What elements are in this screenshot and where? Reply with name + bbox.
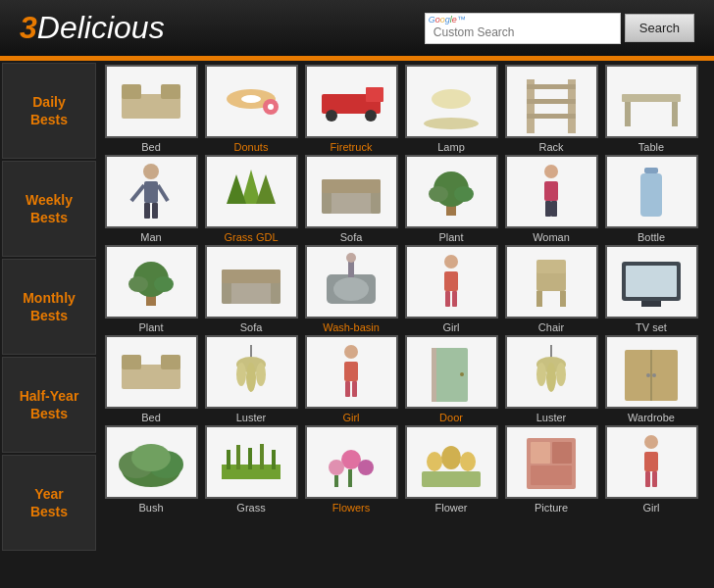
grid-row-2: PlantSofaWash-basinGirlChairTV set — [102, 245, 710, 333]
list-item[interactable]: Rack — [502, 65, 600, 153]
svg-rect-22 — [144, 181, 158, 203]
item-thumbnail — [105, 65, 198, 138]
list-item[interactable]: Bed — [102, 335, 200, 423]
list-item[interactable]: Donuts — [202, 65, 300, 153]
list-item[interactable]: Girl — [402, 245, 500, 333]
item-label: Girl — [642, 502, 659, 514]
item-thumbnail — [105, 335, 198, 409]
list-item[interactable]: Chair — [502, 245, 600, 333]
svg-point-101 — [341, 450, 361, 469]
item-thumbnail — [305, 65, 398, 138]
item-label: Bed — [141, 412, 161, 423]
item-label: Rack — [538, 141, 563, 153]
item-thumbnail — [405, 65, 498, 138]
svg-rect-113 — [531, 466, 572, 485]
svg-rect-43 — [640, 173, 662, 217]
list-item[interactable]: Sofa — [302, 155, 400, 243]
svg-point-21 — [143, 164, 159, 179]
list-item[interactable]: Door — [402, 335, 500, 423]
list-item[interactable]: Man — [102, 155, 200, 243]
svg-rect-63 — [536, 260, 566, 273]
sidebar-item-daily[interactable]: Daily Bests — [2, 63, 96, 159]
sidebar-item-year[interactable]: Year Bests — [2, 455, 96, 551]
svg-point-36 — [429, 186, 448, 202]
svg-rect-62 — [560, 291, 566, 307]
list-item[interactable]: Grass — [202, 425, 300, 514]
svg-rect-65 — [626, 266, 677, 297]
list-item[interactable]: Girl — [602, 425, 700, 514]
list-item[interactable]: Luster — [502, 335, 600, 423]
svg-rect-39 — [544, 181, 558, 201]
item-label: Luster — [536, 412, 567, 423]
list-item[interactable]: Bottle — [602, 155, 700, 243]
item-label: Grass GDL — [224, 231, 278, 243]
list-item[interactable]: Bed — [102, 65, 200, 153]
grid-row-3: BedLusterGirlDoorLusterWardrobe — [102, 335, 710, 423]
search-button[interactable]: Search — [625, 14, 694, 42]
item-label: Lamp — [437, 141, 465, 153]
list-item[interactable]: Table — [602, 65, 700, 153]
svg-rect-15 — [527, 84, 576, 89]
svg-rect-17 — [527, 114, 576, 119]
list-item[interactable]: Flowers — [302, 425, 400, 514]
item-label: Plant — [438, 231, 463, 243]
item-thumbnail — [505, 155, 598, 228]
svg-point-37 — [454, 186, 474, 202]
svg-rect-81 — [432, 348, 436, 402]
item-label: Donuts — [234, 141, 269, 153]
svg-rect-1 — [122, 84, 141, 99]
list-item[interactable]: Flower — [402, 425, 500, 514]
sidebar-item-weekly[interactable]: Weekly Bests — [2, 161, 96, 257]
list-item[interactable]: Picture — [502, 425, 600, 514]
sidebar-item-monthly[interactable]: Monthly Bests — [2, 259, 96, 355]
item-thumbnail — [305, 155, 398, 228]
item-thumbnail — [605, 425, 698, 499]
grid-row-0: BedDonutsFiretruckLampRackTable — [102, 65, 710, 153]
svg-point-10 — [365, 110, 377, 122]
item-thumbnail — [205, 425, 298, 499]
svg-point-103 — [358, 460, 374, 475]
svg-point-55 — [346, 253, 356, 263]
list-item[interactable]: Wash-basin — [302, 245, 400, 333]
item-label: Sofa — [340, 231, 363, 243]
sidebar-item-halfyear[interactable]: Half-Year Bests — [2, 357, 96, 453]
svg-point-72 — [236, 363, 246, 386]
list-item[interactable]: Sofa — [202, 245, 300, 333]
svg-rect-68 — [122, 355, 141, 369]
svg-rect-61 — [536, 291, 542, 307]
item-label: Bush — [138, 502, 163, 514]
list-item[interactable]: Plant — [402, 155, 500, 243]
svg-rect-100 — [272, 450, 276, 469]
list-item[interactable]: Lamp — [402, 65, 500, 153]
svg-rect-57 — [444, 271, 458, 291]
grid-row-4: BushGrassFlowersFlowerPictureGirl — [102, 425, 710, 514]
list-item[interactable]: Plant — [102, 245, 200, 333]
logo-3: 3 — [20, 10, 37, 45]
list-item[interactable]: TV set — [602, 245, 700, 333]
svg-rect-106 — [422, 471, 481, 487]
svg-point-94 — [131, 444, 171, 471]
list-item[interactable]: Girl — [302, 335, 400, 423]
svg-rect-58 — [445, 291, 450, 307]
svg-point-114 — [644, 435, 658, 449]
svg-rect-111 — [531, 442, 550, 464]
item-label: Bed — [141, 141, 161, 153]
list-item[interactable]: Grass GDL — [202, 155, 300, 243]
list-item[interactable]: Wardrobe — [602, 335, 700, 423]
list-item[interactable]: Luster — [202, 335, 300, 423]
sidebar: Daily Bests Weekly Bests Monthly Bests H… — [0, 61, 98, 553]
item-label: Chair — [538, 321, 564, 333]
logo-text: Delicious — [37, 10, 165, 45]
list-item[interactable]: Firetruck — [302, 65, 400, 153]
google-label: Google™ — [429, 15, 466, 24]
svg-point-56 — [444, 255, 458, 269]
list-item[interactable]: Woman — [502, 155, 600, 243]
item-thumbnail — [205, 245, 298, 318]
svg-point-4 — [241, 95, 261, 103]
svg-point-89 — [646, 373, 650, 377]
list-item[interactable]: Bush — [102, 425, 200, 514]
item-label: Firetruck — [331, 141, 373, 153]
item-thumbnail — [605, 155, 698, 228]
svg-rect-40 — [545, 201, 551, 217]
item-label: Flower — [434, 502, 467, 514]
